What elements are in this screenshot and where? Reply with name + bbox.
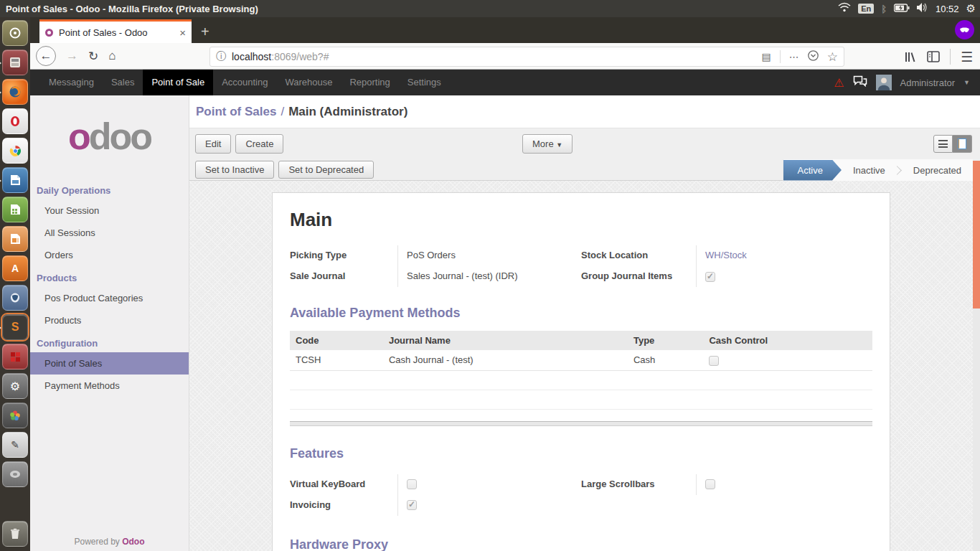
list-view-button[interactable] bbox=[933, 135, 953, 153]
session-gear-icon[interactable]: ⚙ bbox=[966, 2, 976, 15]
clock[interactable]: 10:52 bbox=[936, 4, 959, 14]
library-icon[interactable] bbox=[904, 51, 917, 63]
tab-close-icon[interactable]: × bbox=[179, 27, 186, 39]
table-row[interactable]: TCSH Cash Journal - (test) Cash bbox=[290, 350, 872, 370]
nav-settings[interactable]: Settings bbox=[399, 70, 450, 95]
col-journal-name: Journal Name bbox=[383, 331, 628, 350]
breadcrumb-parent[interactable]: Point of Sales bbox=[196, 105, 276, 119]
keyboard-layout-indicator[interactable]: En bbox=[858, 4, 874, 14]
photos-icon[interactable] bbox=[2, 402, 28, 428]
invoicing-checkbox[interactable] bbox=[407, 500, 417, 510]
cell-code: TCSH bbox=[290, 350, 383, 370]
set-deprecated-button[interactable]: Set to Deprecated bbox=[278, 161, 374, 179]
site-info-icon[interactable]: ⓘ bbox=[216, 50, 226, 63]
nav-warehouse[interactable]: Warehouse bbox=[276, 70, 341, 95]
nav-messaging[interactable]: Messaging bbox=[40, 70, 103, 95]
status-actions-row: Set to Inactive Set to Deprecated Active… bbox=[189, 159, 980, 181]
stock-location-link[interactable]: WH/Stock bbox=[705, 250, 747, 260]
ubuntu-dash-icon[interactable] bbox=[2, 20, 28, 46]
sidebar-item-your-session[interactable]: Your Session bbox=[30, 199, 189, 222]
browser-tab[interactable]: Point of Sales - Odoo × bbox=[39, 19, 192, 43]
bookmark-star-icon[interactable]: ☆ bbox=[827, 50, 838, 65]
ubuntu-dock: A S ⚙ ✎ bbox=[0, 17, 30, 551]
sublime-text-icon[interactable]: S bbox=[2, 314, 28, 340]
view-switcher bbox=[933, 135, 972, 153]
package-app-icon[interactable] bbox=[2, 344, 28, 369]
state-inactive[interactable]: Inactive bbox=[842, 160, 897, 181]
cash-control-checkbox[interactable] bbox=[709, 356, 719, 366]
battery-icon[interactable] bbox=[894, 2, 910, 15]
section-divider bbox=[290, 421, 872, 426]
disk-utility-icon[interactable] bbox=[2, 461, 28, 487]
sidebar-item-products[interactable]: Products bbox=[30, 309, 189, 331]
firefox-icon[interactable] bbox=[2, 79, 28, 105]
user-menu-caret-icon[interactable]: ▼ bbox=[963, 79, 970, 86]
page-scrollbar-track[interactable] bbox=[973, 161, 980, 551]
sidebars-icon[interactable] bbox=[927, 51, 940, 62]
url-path: :8069/web?# bbox=[271, 51, 329, 62]
sidebar-item-pos-product-categories[interactable]: Pos Product Categories bbox=[30, 287, 189, 309]
text-editor-icon[interactable]: ✎ bbox=[2, 432, 28, 458]
sidebar-item-payment-methods[interactable]: Payment Methods bbox=[30, 375, 189, 397]
sidebar-item-point-of-sales[interactable]: Point of Sales bbox=[30, 352, 189, 375]
volume-icon[interactable] bbox=[917, 2, 928, 15]
group-journal-items-checkbox[interactable] bbox=[705, 272, 715, 282]
form-body: Main Picking Type PoS Orders Sale Journa… bbox=[189, 181, 980, 551]
breadcrumb: Point of Sales / Main (Administrator) bbox=[189, 95, 980, 128]
libreoffice-writer-icon[interactable] bbox=[2, 167, 28, 193]
toolbox-icon[interactable]: A bbox=[2, 255, 28, 281]
large-scrollbars-checkbox[interactable] bbox=[705, 479, 715, 489]
virtual-keyboard-checkbox[interactable] bbox=[407, 479, 417, 489]
powered-by-brand[interactable]: Odoo bbox=[122, 537, 144, 547]
opera-icon[interactable] bbox=[2, 108, 28, 134]
picking-type-label: Picking Type bbox=[290, 245, 397, 260]
file-manager-icon[interactable] bbox=[2, 50, 28, 75]
virtual-keyboard-label: Virtual KeyBoard bbox=[290, 474, 397, 489]
edit-button[interactable]: Edit bbox=[195, 134, 231, 154]
col-cash-control: Cash Control bbox=[703, 331, 872, 350]
sidebar-item-all-sessions[interactable]: All Sessions bbox=[30, 222, 189, 244]
toolbar-right-icons: ☰ bbox=[904, 47, 973, 67]
menu-hamburger-icon[interactable]: ☰ bbox=[961, 49, 973, 65]
user-name[interactable]: Administrator bbox=[900, 77, 956, 88]
state-deprecated[interactable]: Deprecated bbox=[902, 160, 973, 181]
page-actions-icon[interactable]: ⋯ bbox=[789, 51, 799, 62]
libreoffice-impress-icon[interactable] bbox=[2, 226, 28, 252]
forward-icon[interactable]: → bbox=[66, 49, 78, 63]
logo-rest: doo bbox=[89, 116, 151, 157]
more-button[interactable]: More ▼ bbox=[522, 134, 573, 154]
libreoffice-calc-icon[interactable] bbox=[2, 197, 28, 222]
url-bar[interactable]: ⓘ localhost :8069/web?# ▤ ⋯ ☆ bbox=[209, 47, 844, 67]
nav-point-of-sale[interactable]: Point of Sale bbox=[143, 70, 213, 95]
browser-toolbar: ← → ↻ ⌂ ⓘ localhost :8069/web?# ▤ ⋯ ☆ ☰ bbox=[30, 43, 980, 70]
nav-sales[interactable]: Sales bbox=[103, 70, 143, 95]
url-host: localhost bbox=[232, 51, 271, 62]
empty-table-line bbox=[290, 390, 872, 410]
create-button[interactable]: Create bbox=[235, 134, 283, 154]
sale-journal-label: Sale Journal bbox=[290, 266, 397, 281]
user-avatar[interactable] bbox=[876, 75, 892, 90]
form-view-button[interactable] bbox=[953, 135, 972, 153]
right-field-group: Stock Location WH/Stock Group Journal It… bbox=[581, 245, 872, 287]
chat-icon[interactable] bbox=[853, 75, 867, 90]
pocket-icon[interactable] bbox=[808, 50, 819, 63]
state-active[interactable]: Active bbox=[783, 160, 842, 181]
postgresql-icon[interactable] bbox=[2, 285, 28, 311]
sidebar-item-orders[interactable]: Orders bbox=[30, 244, 189, 266]
system-settings-icon[interactable]: ⚙ bbox=[2, 373, 28, 399]
warning-icon[interactable]: ⚠ bbox=[834, 76, 844, 90]
wifi-icon[interactable] bbox=[838, 2, 851, 15]
nav-reporting[interactable]: Reporting bbox=[341, 70, 398, 95]
page-scrollbar-thumb[interactable] bbox=[973, 161, 980, 309]
reload-icon[interactable]: ↻ bbox=[88, 49, 98, 64]
set-inactive-button[interactable]: Set to Inactive bbox=[195, 161, 274, 179]
chrome-icon[interactable] bbox=[2, 138, 28, 164]
nav-accounting[interactable]: Accounting bbox=[213, 70, 276, 95]
new-tab-button[interactable]: + bbox=[201, 24, 209, 39]
reader-mode-icon[interactable]: ▤ bbox=[762, 51, 771, 62]
trash-icon[interactable] bbox=[2, 521, 28, 547]
bluetooth-icon[interactable]: ᛒ bbox=[881, 4, 887, 14]
home-icon[interactable]: ⌂ bbox=[108, 49, 116, 63]
features-right-group: Large Scrollbars bbox=[581, 474, 872, 516]
back-button[interactable]: ← bbox=[36, 46, 56, 66]
